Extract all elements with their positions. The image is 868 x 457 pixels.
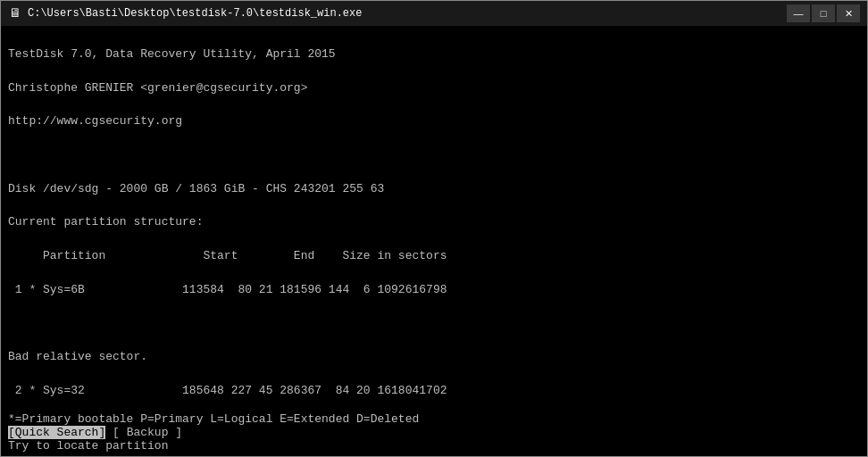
window-title: C:\Users\Basti\Desktop\testdisk-7.0\test… (28, 7, 362, 20)
close-button[interactable]: ✕ (837, 4, 860, 22)
line-7: Partition Start End Size in sectors (8, 248, 860, 265)
minimize-button[interactable]: — (787, 4, 810, 22)
line-6: Current partition structure: (8, 214, 860, 231)
titlebar-left: 🖥 C:\Users\Basti\Desktop\testdisk-7.0\te… (8, 6, 362, 21)
line-10: Bad relative sector. (8, 349, 860, 366)
line-9 (8, 315, 860, 332)
action-bar: [Quick Search] [ Backup ] (8, 426, 860, 439)
legend-line: *=Primary bootable P=Primary L=Logical E… (8, 412, 860, 426)
backup-button[interactable]: [ Backup ] (113, 426, 182, 439)
line-8: 1 * Sys=6B 113584 80 21 181596 144 6 109… (8, 282, 860, 299)
legend-text: *=Primary bootable P=Primary L=Logical E… (8, 412, 419, 426)
titlebar-controls: — □ ✕ (787, 4, 860, 22)
try-locate-text: Try to locate partition (8, 439, 168, 453)
maximize-button[interactable]: □ (812, 4, 835, 22)
terminal-output: TestDisk 7.0, Data Recovery Utility, Apr… (1, 26, 867, 411)
app-icon: 🖥 (8, 6, 22, 21)
try-locate-line: Try to locate partition (8, 439, 860, 453)
line-2: Christophe GRENIER <grenier@cgsecurity.o… (8, 80, 860, 97)
line-11: 2 * Sys=32 185648 227 45 286367 84 20 16… (8, 383, 860, 400)
line-5: Disk /dev/sdg - 2000 GB / 1863 GiB - CHS… (8, 181, 860, 198)
bottom-bar: *=Primary bootable P=Primary L=Logical E… (1, 411, 867, 456)
line-4 (8, 147, 860, 164)
quick-search-button[interactable]: [Quick Search] (8, 426, 105, 439)
line-3: http://www.cgsecurity.org (8, 113, 860, 130)
main-window: 🖥 C:\Users\Basti\Desktop\testdisk-7.0\te… (0, 0, 868, 457)
line-1: TestDisk 7.0, Data Recovery Utility, Apr… (8, 46, 860, 63)
titlebar: 🖥 C:\Users\Basti\Desktop\testdisk-7.0\te… (1, 1, 867, 26)
